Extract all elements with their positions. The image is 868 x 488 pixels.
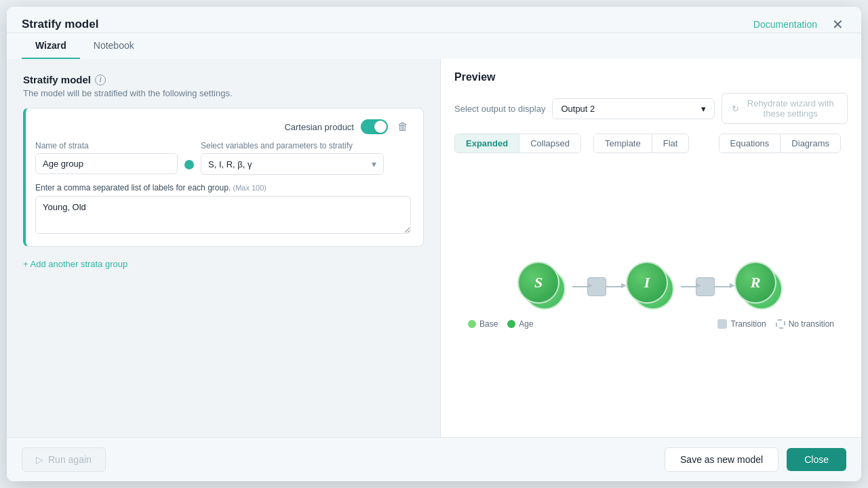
left-panel: Stratify model i The model will be strat… bbox=[7, 59, 441, 437]
dot-indicator bbox=[184, 160, 194, 169]
labels-label: Enter a comma separated list of labels f… bbox=[35, 183, 411, 192]
output-row: Select output to display Output 2 ▾ ↻ Re… bbox=[454, 93, 848, 124]
name-label: Name of strata bbox=[35, 141, 178, 150]
delete-strata-button[interactable]: 🗑 bbox=[395, 119, 411, 134]
cartesian-toggle[interactable] bbox=[361, 119, 388, 134]
modal-body: Stratify model i The model will be strat… bbox=[7, 59, 861, 437]
arrow-line-2 bbox=[606, 286, 621, 287]
add-group-button[interactable]: + Add another strata group bbox=[23, 256, 424, 272]
legend-age: Age bbox=[507, 319, 533, 329]
rehydrate-button[interactable]: ↻ Rehydrate wizard with these settings bbox=[722, 93, 848, 124]
node-r-cluster: R bbox=[732, 260, 787, 314]
refresh-icon: ↻ bbox=[732, 104, 739, 114]
legend-transition-label: Transition bbox=[730, 319, 766, 329]
tab-flat[interactable]: Flat bbox=[652, 134, 689, 152]
legend-transition: Transition bbox=[717, 319, 766, 329]
arrow-line-4 bbox=[715, 286, 730, 287]
view-tab-group-1: Expanded Collapsed bbox=[454, 134, 581, 153]
chevron-down-icon: ▾ bbox=[372, 159, 376, 169]
legend: Base Age Transition bbox=[454, 319, 848, 329]
labels-textarea[interactable]: Young, Old bbox=[35, 196, 411, 234]
legend-right: Transition No transition bbox=[717, 319, 834, 329]
play-icon: ▷ bbox=[36, 454, 43, 465]
arrow-line-1 bbox=[572, 286, 587, 287]
arrow-line-3 bbox=[681, 286, 696, 287]
header-right: Documentation ✕ bbox=[753, 16, 846, 33]
legend-no-transition-box bbox=[776, 319, 785, 329]
tab-collapsed[interactable]: Collapsed bbox=[519, 134, 580, 152]
legend-base-dot bbox=[468, 320, 476, 328]
node-s-front: S bbox=[517, 262, 559, 304]
view-tabs-row: Expanded Collapsed Template Flat Equatio… bbox=[454, 134, 848, 153]
modal-footer: ▷ Run again Save as new model Close bbox=[7, 437, 861, 481]
stratify-modal: Stratify model Documentation ✕ Wizard No… bbox=[7, 7, 861, 481]
legend-transition-box bbox=[717, 319, 727, 329]
labels-max: (Max 100) bbox=[233, 184, 267, 192]
modal-title: Stratify model bbox=[22, 18, 98, 31]
output-value: Output 2 bbox=[561, 104, 595, 114]
diagram-nodes: S I bbox=[515, 260, 787, 314]
add-group-label: + Add another strata group bbox=[23, 259, 127, 269]
variables-select[interactable]: S, I, R, β, γ ▾ bbox=[201, 153, 384, 175]
output-select[interactable]: Output 2 ▾ bbox=[552, 98, 715, 119]
arrow-2 bbox=[681, 277, 730, 296]
strata-card: Cartesian product 🗑 Name of strata Selec… bbox=[23, 108, 424, 247]
node-i-front: I bbox=[626, 262, 668, 304]
output-label: Select output to display bbox=[454, 104, 545, 114]
legend-no-transition: No transition bbox=[776, 319, 834, 329]
variables-label: Select variables and parameters to strat… bbox=[201, 141, 411, 150]
name-field-group: Name of strata bbox=[35, 141, 178, 174]
legend-base: Base bbox=[468, 319, 498, 329]
tab-notebook[interactable]: Notebook bbox=[80, 33, 148, 59]
tab-expanded[interactable]: Expanded bbox=[455, 134, 519, 152]
cartesian-row: Cartesian product 🗑 bbox=[284, 119, 411, 134]
tabs-bar: Wizard Notebook bbox=[7, 33, 861, 59]
legend-base-label: Base bbox=[479, 319, 498, 329]
legend-no-transition-label: No transition bbox=[789, 319, 834, 329]
strata-fields: Name of strata Select variables and para… bbox=[35, 141, 411, 175]
save-as-new-model-button[interactable]: Save as new model bbox=[665, 447, 778, 472]
arrow-1 bbox=[572, 277, 621, 296]
output-chevron-icon: ▾ bbox=[701, 104, 706, 114]
documentation-link[interactable]: Documentation bbox=[753, 19, 817, 30]
strata-card-header: Cartesian product 🗑 bbox=[35, 119, 411, 134]
variables-value: S, I, R, β, γ bbox=[208, 159, 252, 169]
close-modal-button[interactable]: Close bbox=[787, 448, 846, 471]
tab-wizard[interactable]: Wizard bbox=[22, 33, 80, 59]
diagram-area: S I bbox=[454, 163, 848, 425]
node-s-cluster: S bbox=[515, 260, 570, 314]
strata-name-input[interactable] bbox=[35, 153, 178, 174]
close-button[interactable]: ✕ bbox=[829, 16, 846, 33]
modal-header: Stratify model Documentation ✕ bbox=[7, 7, 861, 33]
info-icon[interactable]: i bbox=[95, 75, 106, 85]
right-panel: Preview Select output to display Output … bbox=[441, 59, 861, 437]
legend-left: Base Age bbox=[468, 319, 534, 329]
tab-diagrams[interactable]: Diagrams bbox=[781, 134, 840, 152]
section-desc: The model will be stratified with the fo… bbox=[23, 88, 424, 98]
view-tab-group-3: Equations Diagrams bbox=[719, 134, 841, 153]
preview-title: Preview bbox=[454, 71, 848, 83]
run-again-label: Run again bbox=[48, 454, 92, 465]
legend-age-dot bbox=[507, 320, 515, 328]
tab-template[interactable]: Template bbox=[594, 134, 652, 152]
variables-field-group: Select variables and parameters to strat… bbox=[201, 141, 411, 175]
run-again-button[interactable]: ▷ Run again bbox=[22, 447, 106, 472]
node-i-cluster: I bbox=[624, 260, 678, 314]
rehydrate-label: Rehydrate wizard with these settings bbox=[743, 98, 837, 119]
cartesian-label: Cartesian product bbox=[284, 122, 354, 132]
section-title: Stratify model i bbox=[23, 74, 424, 85]
legend-age-label: Age bbox=[519, 319, 533, 329]
node-r-front: R bbox=[734, 262, 776, 304]
view-tab-group-2: Template Flat bbox=[593, 134, 689, 153]
labels-section: Enter a comma separated list of labels f… bbox=[35, 183, 411, 237]
tab-equations[interactable]: Equations bbox=[719, 134, 781, 152]
